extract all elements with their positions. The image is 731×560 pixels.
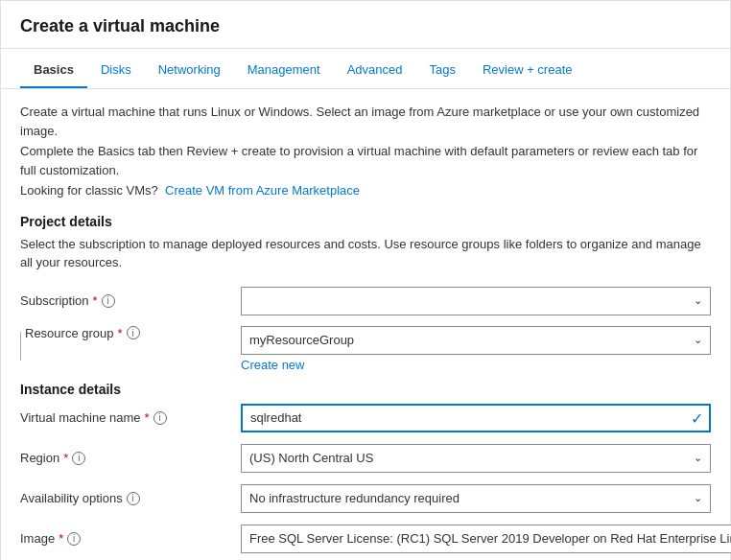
image-info-icon[interactable]: i xyxy=(67,532,81,546)
region-dropdown-arrow: ⌄ xyxy=(694,452,702,464)
image-dropdown[interactable]: Free SQL Server License: (RC1) SQL Serve… xyxy=(241,525,731,553)
resource-group-dropdown-arrow: ⌄ xyxy=(694,334,702,346)
subscription-info-icon[interactable]: i xyxy=(102,294,115,308)
description-block: Create a virtual machine that runs Linux… xyxy=(20,103,711,200)
region-value: (US) North Central US xyxy=(249,451,373,465)
image-row: Image * i Free SQL Server License: (RC1)… xyxy=(20,524,711,554)
create-new-resource-group-link[interactable]: Create new xyxy=(241,358,711,372)
vm-name-row: Virtual machine name * i ✓ xyxy=(20,403,711,433)
resource-group-control: myResourceGroup ⌄ Create new xyxy=(241,326,711,372)
tab-advanced[interactable]: Advanced xyxy=(334,53,416,88)
vm-name-label: Virtual machine name * i xyxy=(20,410,241,425)
instance-details-title: Instance details xyxy=(20,382,711,397)
subscription-row: Subscription * i ⌄ xyxy=(20,286,711,316)
project-details-title: Project details xyxy=(20,214,711,229)
tabs-navigation: Basics Disks Networking Management Advan… xyxy=(1,53,730,89)
availability-value: No infrastructure redundancy required xyxy=(249,491,460,505)
tab-networking[interactable]: Networking xyxy=(145,53,234,88)
availability-label: Availability options i xyxy=(20,491,241,505)
tab-review-create[interactable]: Review + create xyxy=(469,53,586,88)
region-row: Region * i (US) North Central US ⌄ xyxy=(20,443,711,474)
tab-management[interactable]: Management xyxy=(234,53,334,88)
resource-group-section: Resource group * i myResourceGroup ⌄ Cre… xyxy=(20,326,711,372)
create-vm-marketplace-link[interactable]: Create VM from Azure Marketplace xyxy=(165,183,360,198)
tab-basics[interactable]: Basics xyxy=(20,53,87,88)
description-line3: Looking for classic VMs? Create VM from … xyxy=(20,181,711,200)
image-control: Free SQL Server License: (RC1) SQL Serve… xyxy=(241,525,731,553)
region-dropdown[interactable]: (US) North Central US ⌄ xyxy=(241,444,711,473)
image-label: Image * i xyxy=(20,531,241,546)
availability-info-icon[interactable]: i xyxy=(127,492,140,505)
availability-dropdown-arrow: ⌄ xyxy=(694,492,702,504)
availability-row: Availability options i No infrastructure… xyxy=(20,483,711,514)
subscription-dropdown[interactable]: ⌄ xyxy=(241,287,711,315)
instance-details-section: Instance details Virtual machine name * … xyxy=(20,382,711,554)
project-details-desc: Select the subscription to manage deploy… xyxy=(20,235,711,272)
vm-name-input[interactable] xyxy=(241,404,711,432)
region-info-icon[interactable]: i xyxy=(72,452,85,465)
resource-group-required: * xyxy=(118,326,123,340)
vm-name-control: ✓ xyxy=(241,404,711,432)
tab-disks[interactable]: Disks xyxy=(87,53,145,88)
subscription-control: ⌄ xyxy=(241,287,711,315)
resource-group-dropdown[interactable]: myResourceGroup ⌄ xyxy=(241,326,711,355)
image-required: * xyxy=(59,531,63,546)
availability-dropdown[interactable]: No infrastructure redundancy required ⌄ xyxy=(241,484,711,513)
description-line2: Complete the Basics tab then Review + cr… xyxy=(20,142,711,179)
image-value: Free SQL Server License: (RC1) SQL Serve… xyxy=(249,531,731,546)
description-line1: Create a virtual machine that runs Linux… xyxy=(20,103,711,140)
classic-vms-text: Looking for classic VMs? xyxy=(20,183,158,198)
vm-name-required: * xyxy=(145,410,150,425)
resource-group-value: myResourceGroup xyxy=(249,333,354,347)
availability-control: No infrastructure redundancy required ⌄ xyxy=(241,484,711,513)
vm-name-info-icon[interactable]: i xyxy=(153,411,167,425)
vm-name-input-wrapper: ✓ xyxy=(241,404,711,432)
project-details-section: Project details Select the subscription … xyxy=(20,214,711,372)
page-title: Create a virtual machine xyxy=(20,16,711,36)
resource-group-info-icon[interactable]: i xyxy=(127,326,140,339)
region-required: * xyxy=(63,451,68,465)
region-label: Region * i xyxy=(20,451,241,465)
subscription-label: Subscription * i xyxy=(20,293,241,308)
vm-name-check-icon: ✓ xyxy=(691,408,703,427)
region-control: (US) North Central US ⌄ xyxy=(241,444,711,473)
subscription-dropdown-arrow: ⌄ xyxy=(694,294,702,307)
tab-tags[interactable]: Tags xyxy=(415,53,468,88)
subscription-required: * xyxy=(93,293,98,308)
